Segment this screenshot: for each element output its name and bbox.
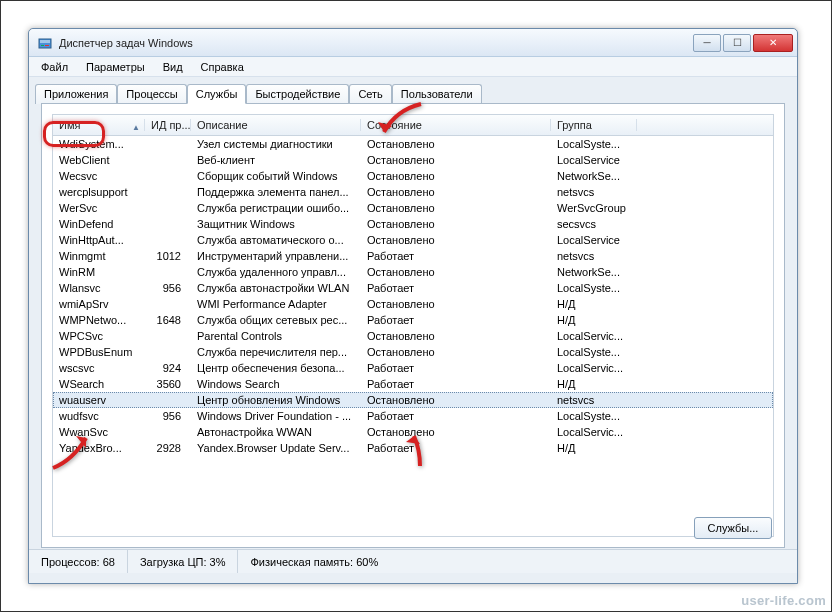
cell-group: Н/Д xyxy=(551,298,773,310)
service-row[interactable]: WinRMСлужба удаленного управл...Остановл… xyxy=(53,264,773,280)
maximize-button[interactable]: ☐ xyxy=(723,34,751,52)
tab-2[interactable]: Службы xyxy=(187,84,247,104)
service-row[interactable]: WdiSystem...Узел системы диагностикиОста… xyxy=(53,136,773,152)
cell-name: Wlansvc xyxy=(53,282,145,294)
cell-group: secsvcs xyxy=(551,218,773,230)
tab-1[interactable]: Процессы xyxy=(117,84,186,104)
column-group[interactable]: Группа xyxy=(551,119,637,131)
cell-name: WinDefend xyxy=(53,218,145,230)
tab-5[interactable]: Пользователи xyxy=(392,84,482,104)
cell-pid: 1648 xyxy=(145,314,191,326)
cell-group: WerSvcGroup xyxy=(551,202,773,214)
tab-0[interactable]: Приложения xyxy=(35,84,117,104)
cell-desc: Поддержка элемента панел... xyxy=(191,186,361,198)
service-row[interactable]: wscsvc924Центр обеспечения безопа...Рабо… xyxy=(53,360,773,376)
cell-state: Работает xyxy=(361,250,551,262)
cell-group: LocalSyste... xyxy=(551,138,773,150)
minimize-button[interactable]: ─ xyxy=(693,34,721,52)
service-row[interactable]: WPDBusEnumСлужба перечислителя пер...Ост… xyxy=(53,344,773,360)
tab-4[interactable]: Сеть xyxy=(349,84,391,104)
service-row[interactable]: wuauservЦентр обновления WindowsОстановл… xyxy=(53,392,773,408)
cell-group: LocalService xyxy=(551,234,773,246)
cell-desc: Инструментарий управлени... xyxy=(191,250,361,262)
cell-desc: Yandex.Browser Update Serv... xyxy=(191,442,361,454)
cell-name: wmiApSrv xyxy=(53,298,145,310)
svg-rect-3 xyxy=(45,45,49,46)
table-header: Имя▲ ИД пр... Описание Состояние Группа xyxy=(53,115,773,136)
service-row[interactable]: WerSvcСлужба регистрации ошибо...Останов… xyxy=(53,200,773,216)
services-list[interactable]: WdiSystem...Узел системы диагностикиОста… xyxy=(53,136,773,456)
cell-state: Остановлено xyxy=(361,266,551,278)
column-description[interactable]: Описание xyxy=(191,119,361,131)
service-row[interactable]: WSearch3560Windows SearchРаботаетН/Д xyxy=(53,376,773,392)
cell-desc: Веб-клиент xyxy=(191,154,361,166)
status-processes: Процессов: 68 xyxy=(29,550,128,573)
cell-name: WwanSvc xyxy=(53,426,145,438)
titlebar[interactable]: Диспетчер задач Windows ─ ☐ ✕ xyxy=(29,29,797,57)
menu-options[interactable]: Параметры xyxy=(78,59,153,75)
service-row[interactable]: WinDefendЗащитник WindowsОстановленоsecs… xyxy=(53,216,773,232)
column-name[interactable]: Имя▲ xyxy=(53,119,145,131)
close-button[interactable]: ✕ xyxy=(753,34,793,52)
tabs: ПриложенияПроцессыСлужбыБыстродействиеСе… xyxy=(35,83,791,103)
cell-pid: 1012 xyxy=(145,250,191,262)
cell-desc: Windows Search xyxy=(191,378,361,390)
cell-name: wercplsupport xyxy=(53,186,145,198)
service-row[interactable]: WebClientВеб-клиентОстановленоLocalServi… xyxy=(53,152,773,168)
menu-help[interactable]: Справка xyxy=(193,59,252,75)
cell-group: netsvcs xyxy=(551,250,773,262)
cell-name: wuauserv xyxy=(53,394,145,406)
cell-group: NetworkSe... xyxy=(551,170,773,182)
status-memory: Физическая память: 60% xyxy=(238,550,797,573)
cell-group: LocalServic... xyxy=(551,330,773,342)
menu-file[interactable]: Файл xyxy=(33,59,76,75)
menu-view[interactable]: Вид xyxy=(155,59,191,75)
cell-desc: Parental Controls xyxy=(191,330,361,342)
cell-name: WPCSvc xyxy=(53,330,145,342)
svg-rect-1 xyxy=(40,40,50,43)
column-state[interactable]: Состояние xyxy=(361,119,551,131)
task-manager-window: Диспетчер задач Windows ─ ☐ ✕ Файл Парам… xyxy=(28,28,798,584)
cell-desc: Автонастройка WWAN xyxy=(191,426,361,438)
services-button[interactable]: Службы... xyxy=(694,517,772,539)
service-row[interactable]: Wlansvc956Служба автонастройки WLANРабот… xyxy=(53,280,773,296)
cell-name: wscsvc xyxy=(53,362,145,374)
cell-name: WdiSystem... xyxy=(53,138,145,150)
cell-desc: Служба перечислителя пер... xyxy=(191,346,361,358)
service-row[interactable]: WMPNetwo...1648Служба общих сетевых рес.… xyxy=(53,312,773,328)
service-row[interactable]: wmiApSrvWMI Performance AdapterОстановле… xyxy=(53,296,773,312)
cell-state: Работает xyxy=(361,282,551,294)
service-row[interactable]: YandexBro...2928Yandex.Browser Update Se… xyxy=(53,440,773,456)
cell-pid: 956 xyxy=(145,410,191,422)
tab-3[interactable]: Быстродействие xyxy=(246,84,349,104)
cell-name: WinRM xyxy=(53,266,145,278)
column-pid[interactable]: ИД пр... xyxy=(145,119,191,131)
cell-name: Wecsvc xyxy=(53,170,145,182)
cell-desc: Служба автоматического о... xyxy=(191,234,361,246)
cell-name: Winmgmt xyxy=(53,250,145,262)
service-row[interactable]: wercplsupportПоддержка элемента панел...… xyxy=(53,184,773,200)
cell-state: Работает xyxy=(361,378,551,390)
service-row[interactable]: wudfsvc956Windows Driver Foundation - ..… xyxy=(53,408,773,424)
cell-group: Н/Д xyxy=(551,378,773,390)
service-row[interactable]: WinHttpAut...Служба автоматического о...… xyxy=(53,232,773,248)
cell-state: Работает xyxy=(361,410,551,422)
service-row[interactable]: WecsvcСборщик событий WindowsОстановлено… xyxy=(53,168,773,184)
cell-state: Остановлено xyxy=(361,154,551,166)
cell-group: Н/Д xyxy=(551,314,773,326)
cell-group: LocalSyste... xyxy=(551,282,773,294)
cell-state: Остановлено xyxy=(361,298,551,310)
cell-desc: Центр обеспечения безопа... xyxy=(191,362,361,374)
cell-name: WebClient xyxy=(53,154,145,166)
cell-name: WerSvc xyxy=(53,202,145,214)
service-row[interactable]: Winmgmt1012Инструментарий управлени...Ра… xyxy=(53,248,773,264)
cell-desc: WMI Performance Adapter xyxy=(191,298,361,310)
cell-group: LocalServic... xyxy=(551,426,773,438)
menubar: Файл Параметры Вид Справка xyxy=(29,57,797,77)
status-bar: Процессов: 68 Загрузка ЦП: 3% Физическая… xyxy=(29,549,797,573)
service-row[interactable]: WPCSvcParental ControlsОстановленоLocalS… xyxy=(53,328,773,344)
service-row[interactable]: WwanSvcАвтонастройка WWANОстановленоLoca… xyxy=(53,424,773,440)
cell-state: Работает xyxy=(361,314,551,326)
cell-desc: Защитник Windows xyxy=(191,218,361,230)
cell-state: Остановлено xyxy=(361,186,551,198)
